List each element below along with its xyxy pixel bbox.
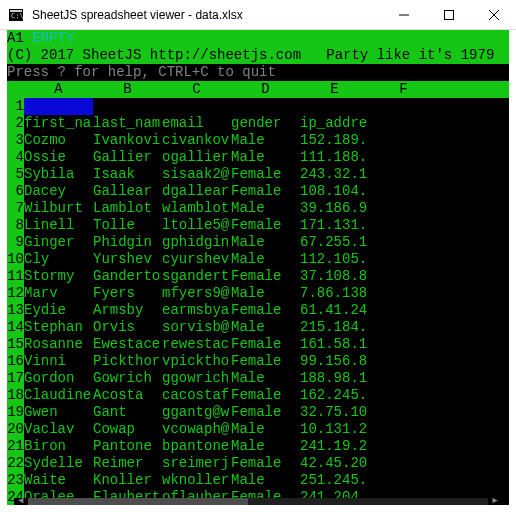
cell[interactable]: Female — [231, 166, 300, 183]
cell[interactable]: Female — [231, 404, 300, 421]
minimize-button[interactable] — [381, 0, 426, 29]
cell[interactable] — [369, 251, 438, 268]
cell[interactable]: Cly — [24, 251, 93, 268]
cell[interactable]: cyurshev — [162, 251, 231, 268]
cell[interactable]: Isaak — [93, 166, 162, 183]
cell[interactable]: Wilburt — [24, 200, 93, 217]
cell[interactable]: 99.156.8 — [300, 353, 369, 370]
table-row[interactable]: 14Stephan Orvis sorvisb@Male 215.184. — [7, 319, 509, 336]
cell[interactable]: Ganderto — [93, 268, 162, 285]
cell[interactable]: Female — [231, 353, 300, 370]
cell[interactable]: Sybila — [24, 166, 93, 183]
cell[interactable]: Female — [231, 302, 300, 319]
cell[interactable]: Female — [231, 183, 300, 200]
terminal-area[interactable]: A1 EMPTY (C) 2017 SheetJS http://sheetjs… — [7, 30, 509, 505]
cell[interactable]: Female — [231, 387, 300, 404]
table-row[interactable]: 5Sybila Isaak sisaak2@Female 243.32.1 — [7, 166, 509, 183]
cell[interactable]: Stephan — [24, 319, 93, 336]
cell[interactable] — [369, 472, 438, 489]
cell[interactable]: Rosanne — [24, 336, 93, 353]
table-row[interactable]: 9Ginger Phidgin gphidginMale 67.255.1 — [7, 234, 509, 251]
table-row[interactable]: 1 — [7, 98, 509, 115]
cell[interactable]: ip_addre — [300, 115, 369, 132]
data-grid[interactable]: 12first_nalast_namemail gender ip_addre3… — [7, 98, 509, 505]
cell[interactable] — [369, 370, 438, 387]
cell[interactable]: 112.105. — [300, 251, 369, 268]
cell[interactable]: Female — [231, 336, 300, 353]
table-row[interactable]: 20Vaclav Cowap vcowaph@Male 10.131.2 — [7, 421, 509, 438]
cell[interactable]: Male — [231, 472, 300, 489]
cell[interactable]: Pantone — [93, 438, 162, 455]
cell[interactable]: sisaak2@ — [162, 166, 231, 183]
cell[interactable] — [369, 421, 438, 438]
maximize-button[interactable] — [426, 0, 471, 29]
cell[interactable]: 7.86.138 — [300, 285, 369, 302]
cell[interactable]: civankov — [162, 132, 231, 149]
cell[interactable]: Linell — [24, 217, 93, 234]
cell[interactable]: Gallear — [93, 183, 162, 200]
cell[interactable]: 162.245. — [300, 387, 369, 404]
cell[interactable] — [369, 455, 438, 472]
cell[interactable] — [300, 98, 369, 115]
cell[interactable]: Marv — [24, 285, 93, 302]
cell[interactable]: wknoller — [162, 472, 231, 489]
cell[interactable]: Cozmo — [24, 132, 93, 149]
cell[interactable]: Biron — [24, 438, 93, 455]
cell[interactable]: Fyers — [93, 285, 162, 302]
cell[interactable]: gender — [231, 115, 300, 132]
cell[interactable] — [369, 387, 438, 404]
cell[interactable] — [369, 336, 438, 353]
cell[interactable]: ogallier — [162, 149, 231, 166]
cell[interactable]: sreimerj — [162, 455, 231, 472]
table-row[interactable]: 6Dacey Gallear dgallearFemale 108.104. — [7, 183, 509, 200]
cell[interactable]: Waite — [24, 472, 93, 489]
table-row[interactable]: 3Cozmo IvankovicivankovMale 152.189. — [7, 132, 509, 149]
cell[interactable]: ggantg@w — [162, 404, 231, 421]
cell[interactable]: Phidgin — [93, 234, 162, 251]
cell[interactable]: 241.19.2 — [300, 438, 369, 455]
cell[interactable]: 188.98.1 — [300, 370, 369, 387]
cell[interactable]: 10.131.2 — [300, 421, 369, 438]
cell[interactable] — [369, 302, 438, 319]
cell[interactable]: 152.189. — [300, 132, 369, 149]
cell[interactable]: Male — [231, 234, 300, 251]
cell[interactable]: bpantone — [162, 438, 231, 455]
cell[interactable] — [24, 98, 93, 115]
cell[interactable]: 251.245. — [300, 472, 369, 489]
cell[interactable]: ltolle5@ — [162, 217, 231, 234]
cell[interactable]: sgandert — [162, 268, 231, 285]
cell[interactable]: Stormy — [24, 268, 93, 285]
cell[interactable] — [369, 149, 438, 166]
cell[interactable]: 37.108.8 — [300, 268, 369, 285]
cell[interactable]: 171.131. — [300, 217, 369, 234]
cell[interactable]: Acosta — [93, 387, 162, 404]
cell[interactable]: Eydie — [24, 302, 93, 319]
cell[interactable] — [369, 353, 438, 370]
cell[interactable]: vcowaph@ — [162, 421, 231, 438]
cell[interactable]: Ivankovi — [93, 132, 162, 149]
table-row[interactable]: 19Gwen Gant ggantg@wFemale 32.75.10 — [7, 404, 509, 421]
cell[interactable]: Armsby — [93, 302, 162, 319]
cell[interactable] — [369, 217, 438, 234]
table-row[interactable]: 22Sydelle Reimer sreimerjFemale 42.45.20 — [7, 455, 509, 472]
cell[interactable]: mfyers9@ — [162, 285, 231, 302]
cell[interactable]: Pickthor — [93, 353, 162, 370]
cell[interactable]: Female — [231, 217, 300, 234]
cell[interactable]: Ossie — [24, 149, 93, 166]
cell[interactable]: Male — [231, 438, 300, 455]
cell[interactable]: Gallier — [93, 149, 162, 166]
cell[interactable] — [231, 98, 300, 115]
scroll-left-arrow[interactable]: ◄ — [14, 498, 28, 505]
table-row[interactable]: 8Linell Tolle ltolle5@Female 171.131. — [7, 217, 509, 234]
cell[interactable]: 243.32.1 — [300, 166, 369, 183]
cell[interactable] — [369, 234, 438, 251]
cell[interactable]: Male — [231, 251, 300, 268]
cell[interactable]: last_nam — [93, 115, 162, 132]
cell[interactable]: ggowrich — [162, 370, 231, 387]
scroll-right-arrow[interactable]: ► — [488, 498, 502, 505]
cell[interactable] — [369, 115, 438, 132]
horizontal-scrollbar[interactable]: ◄ ► — [14, 498, 502, 505]
cell[interactable]: wlamblot — [162, 200, 231, 217]
cell[interactable] — [369, 98, 438, 115]
cell[interactable]: Vinni — [24, 353, 93, 370]
